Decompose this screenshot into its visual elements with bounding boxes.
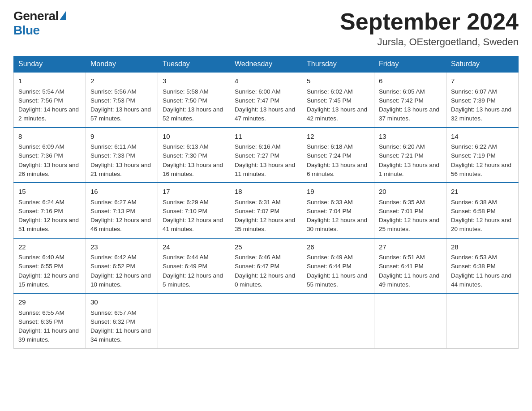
logo: General Blue — [13, 9, 66, 38]
calendar-cell — [230, 293, 302, 348]
calendar-cell: 20 Sunrise: 6:35 AMSunset: 7:01 PMDaylig… — [374, 183, 446, 238]
calendar-cell: 24 Sunrise: 6:44 AMSunset: 6:49 PMDaylig… — [158, 238, 230, 294]
calendar-cell: 17 Sunrise: 6:29 AMSunset: 7:10 PMDaylig… — [158, 183, 230, 238]
day-number: 16 — [90, 187, 153, 197]
calendar-cell: 11 Sunrise: 6:16 AMSunset: 7:27 PMDaylig… — [230, 128, 302, 183]
day-info: Sunrise: 5:58 AMSunset: 7:50 PMDaylight:… — [163, 88, 223, 122]
calendar-cell: 2 Sunrise: 5:56 AMSunset: 7:53 PMDayligh… — [86, 72, 158, 128]
day-number: 17 — [163, 187, 225, 197]
day-number: 20 — [379, 187, 442, 197]
day-info: Sunrise: 6:38 AMSunset: 6:58 PMDaylight:… — [451, 199, 511, 233]
day-number: 9 — [90, 132, 153, 142]
calendar-cell: 6 Sunrise: 6:05 AMSunset: 7:42 PMDayligh… — [374, 72, 446, 128]
calendar-header-sunday: Sunday — [14, 56, 86, 73]
day-number: 30 — [90, 297, 153, 308]
calendar-cell — [446, 293, 519, 348]
calendar-cell: 9 Sunrise: 6:11 AMSunset: 7:33 PMDayligh… — [86, 128, 158, 183]
calendar-cell: 4 Sunrise: 6:00 AMSunset: 7:47 PMDayligh… — [230, 72, 302, 128]
calendar-header-tuesday: Tuesday — [158, 56, 230, 73]
day-info: Sunrise: 6:11 AMSunset: 7:33 PMDaylight:… — [90, 143, 151, 177]
page-subtitle: Jursla, OEstergoetland, Sweden — [340, 36, 519, 48]
day-info: Sunrise: 6:57 AMSunset: 6:32 PMDaylight:… — [90, 309, 151, 343]
calendar-cell: 1 Sunrise: 5:54 AMSunset: 7:56 PMDayligh… — [14, 72, 86, 128]
day-info: Sunrise: 6:05 AMSunset: 7:42 PMDaylight:… — [379, 88, 439, 122]
day-info: Sunrise: 6:27 AMSunset: 7:13 PMDaylight:… — [90, 199, 151, 233]
calendar-cell: 21 Sunrise: 6:38 AMSunset: 6:58 PMDaylig… — [446, 183, 519, 238]
calendar-cell: 15 Sunrise: 6:24 AMSunset: 7:16 PMDaylig… — [14, 183, 86, 238]
title-section: September 2024 Jursla, OEstergoetland, S… — [340, 9, 519, 48]
calendar-cell: 29 Sunrise: 6:55 AMSunset: 6:35 PMDaylig… — [14, 293, 86, 348]
calendar-week-row: 15 Sunrise: 6:24 AMSunset: 7:16 PMDaylig… — [14, 183, 519, 238]
calendar-header-monday: Monday — [86, 56, 158, 73]
calendar-cell: 26 Sunrise: 6:49 AMSunset: 6:44 PMDaylig… — [302, 238, 374, 294]
calendar-week-row: 29 Sunrise: 6:55 AMSunset: 6:35 PMDaylig… — [14, 293, 519, 348]
day-info: Sunrise: 6:16 AMSunset: 7:27 PMDaylight:… — [235, 143, 295, 177]
page-title: September 2024 — [340, 9, 519, 34]
day-number: 18 — [235, 187, 297, 197]
calendar-header-saturday: Saturday — [446, 56, 519, 73]
calendar-week-row: 22 Sunrise: 6:40 AMSunset: 6:55 PMDaylig… — [14, 238, 519, 294]
calendar-cell: 16 Sunrise: 6:27 AMSunset: 7:13 PMDaylig… — [86, 183, 158, 238]
day-info: Sunrise: 6:29 AMSunset: 7:10 PMDaylight:… — [163, 199, 223, 233]
day-number: 22 — [18, 242, 81, 253]
day-info: Sunrise: 6:13 AMSunset: 7:30 PMDaylight:… — [163, 143, 223, 177]
day-number: 12 — [307, 132, 369, 142]
day-info: Sunrise: 6:51 AMSunset: 6:41 PMDaylight:… — [379, 254, 439, 288]
day-info: Sunrise: 5:56 AMSunset: 7:53 PMDaylight:… — [90, 88, 151, 122]
day-info: Sunrise: 6:40 AMSunset: 6:55 PMDaylight:… — [18, 254, 79, 288]
day-info: Sunrise: 6:49 AMSunset: 6:44 PMDaylight:… — [307, 254, 367, 288]
day-number: 5 — [307, 76, 369, 86]
day-number: 21 — [451, 187, 514, 197]
calendar-cell: 23 Sunrise: 6:42 AMSunset: 6:52 PMDaylig… — [86, 238, 158, 294]
calendar-cell: 19 Sunrise: 6:33 AMSunset: 7:04 PMDaylig… — [302, 183, 374, 238]
day-number: 6 — [379, 76, 442, 86]
calendar-cell — [374, 293, 446, 348]
calendar-header-row: SundayMondayTuesdayWednesdayThursdayFrid… — [14, 56, 519, 73]
calendar-header-thursday: Thursday — [302, 56, 374, 73]
day-number: 14 — [451, 132, 514, 142]
day-info: Sunrise: 6:42 AMSunset: 6:52 PMDaylight:… — [90, 254, 151, 288]
calendar-cell: 10 Sunrise: 6:13 AMSunset: 7:30 PMDaylig… — [158, 128, 230, 183]
day-info: Sunrise: 6:53 AMSunset: 6:38 PMDaylight:… — [451, 254, 511, 288]
day-info: Sunrise: 6:00 AMSunset: 7:47 PMDaylight:… — [235, 88, 295, 122]
day-number: 4 — [235, 76, 297, 86]
day-info: Sunrise: 6:22 AMSunset: 7:19 PMDaylight:… — [451, 143, 511, 177]
day-number: 24 — [163, 242, 225, 253]
calendar-cell: 7 Sunrise: 6:07 AMSunset: 7:39 PMDayligh… — [446, 72, 519, 128]
calendar-table: SundayMondayTuesdayWednesdayThursdayFrid… — [13, 56, 519, 349]
day-info: Sunrise: 6:35 AMSunset: 7:01 PMDaylight:… — [379, 199, 439, 233]
calendar-cell — [158, 293, 230, 348]
day-number: 3 — [163, 76, 225, 86]
logo-blue-text: Blue — [13, 23, 40, 38]
calendar-cell: 14 Sunrise: 6:22 AMSunset: 7:19 PMDaylig… — [446, 128, 519, 183]
day-number: 11 — [235, 132, 297, 142]
day-info: Sunrise: 6:18 AMSunset: 7:24 PMDaylight:… — [307, 143, 367, 177]
day-info: Sunrise: 6:20 AMSunset: 7:21 PMDaylight:… — [379, 143, 439, 177]
day-info: Sunrise: 5:54 AMSunset: 7:56 PMDaylight:… — [18, 88, 79, 122]
calendar-week-row: 1 Sunrise: 5:54 AMSunset: 7:56 PMDayligh… — [14, 72, 519, 128]
calendar-header-friday: Friday — [374, 56, 446, 73]
day-number: 23 — [90, 242, 153, 253]
calendar-cell: 18 Sunrise: 6:31 AMSunset: 7:07 PMDaylig… — [230, 183, 302, 238]
page-header: General Blue September 2024 Jursla, OEst… — [13, 9, 519, 48]
day-info: Sunrise: 6:55 AMSunset: 6:35 PMDaylight:… — [18, 309, 79, 343]
day-number: 13 — [379, 132, 442, 142]
day-info: Sunrise: 6:24 AMSunset: 7:16 PMDaylight:… — [18, 199, 79, 233]
calendar-cell: 28 Sunrise: 6:53 AMSunset: 6:38 PMDaylig… — [446, 238, 519, 294]
logo-triangle-icon — [60, 11, 66, 20]
day-number: 10 — [163, 132, 225, 142]
day-info: Sunrise: 6:07 AMSunset: 7:39 PMDaylight:… — [451, 88, 511, 122]
day-number: 7 — [451, 76, 514, 86]
day-info: Sunrise: 6:44 AMSunset: 6:49 PMDaylight:… — [163, 254, 223, 288]
day-info: Sunrise: 6:02 AMSunset: 7:45 PMDaylight:… — [307, 88, 367, 122]
day-number: 1 — [18, 76, 81, 86]
calendar-cell: 5 Sunrise: 6:02 AMSunset: 7:45 PMDayligh… — [302, 72, 374, 128]
calendar-week-row: 8 Sunrise: 6:09 AMSunset: 7:36 PMDayligh… — [14, 128, 519, 183]
day-info: Sunrise: 6:46 AMSunset: 6:47 PMDaylight:… — [235, 254, 295, 288]
day-number: 26 — [307, 242, 369, 253]
calendar-cell: 13 Sunrise: 6:20 AMSunset: 7:21 PMDaylig… — [374, 128, 446, 183]
day-number: 8 — [18, 132, 81, 142]
day-number: 28 — [451, 242, 514, 253]
calendar-cell: 12 Sunrise: 6:18 AMSunset: 7:24 PMDaylig… — [302, 128, 374, 183]
calendar-cell: 22 Sunrise: 6:40 AMSunset: 6:55 PMDaylig… — [14, 238, 86, 294]
